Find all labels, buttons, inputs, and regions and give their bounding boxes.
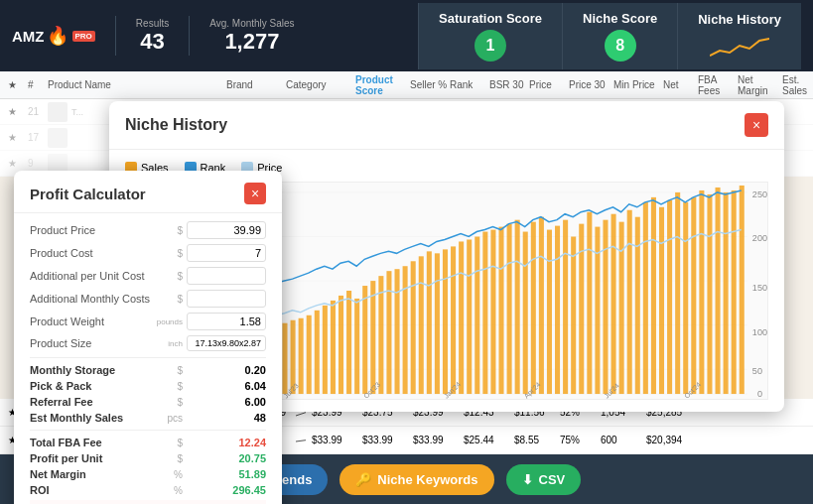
logo: AMZ 🔥 [12, 25, 68, 47]
niche-history-block[interactable]: Niche History [677, 3, 801, 69]
svg-rect-47 [419, 256, 424, 394]
svg-rect-54 [474, 237, 479, 395]
avg-sales-stat: Avg. Monthly Sales 1,277 [209, 18, 294, 55]
svg-rect-33 [307, 315, 312, 394]
results-stat: Results 43 [136, 18, 169, 55]
csv-icon: ⬇ [522, 472, 533, 487]
niche-keywords-button[interactable]: 🔑 Niche Keywords [339, 464, 493, 495]
svg-rect-70 [603, 220, 608, 394]
product-weight-input[interactable] [187, 313, 266, 330]
price30-header: Price 30 [569, 79, 613, 90]
pc-pick-pack: Pick & Pack $ 6.04 [30, 380, 266, 392]
pc-profit-unit: Profit per Unit $ 20.75 [30, 452, 266, 464]
category-header: Category [286, 79, 355, 90]
pc-est-monthly-sales: Est Monthly Sales pcs 48 [30, 412, 266, 424]
pc-row-additional-unit: Additional per Unit Cost $ [30, 267, 266, 285]
svg-rect-58 [507, 224, 512, 394]
svg-text:150: 150 [752, 283, 767, 293]
modal-close-button[interactable]: × [745, 113, 768, 137]
svg-rect-34 [315, 311, 320, 394]
svg-rect-46 [411, 261, 416, 394]
rank-header: Rank [450, 79, 489, 90]
pc-monthly-storage: Monthly Storage $ 0.20 [30, 364, 266, 376]
svg-rect-76 [651, 197, 656, 394]
pro-badge: PRO [72, 31, 95, 42]
svg-rect-82 [699, 190, 704, 394]
svg-rect-81 [691, 197, 696, 394]
svg-text:0: 0 [757, 389, 762, 399]
svg-rect-75 [643, 202, 648, 394]
svg-rect-39 [354, 299, 359, 394]
net-header: Net [663, 79, 698, 90]
pc-referral-fee: Referral Fee $ 6.00 [30, 396, 266, 408]
svg-rect-63 [547, 230, 552, 394]
score-section: Saturation Score 1 Niche Score 8 Niche H… [418, 3, 801, 69]
svg-rect-61 [531, 222, 536, 394]
saturation-score-circle: 1 [474, 30, 506, 62]
svg-rect-62 [539, 217, 544, 394]
svg-rect-84 [716, 188, 721, 394]
svg-text:100: 100 [752, 327, 767, 337]
seller-s-header: Seller % [410, 79, 450, 90]
svg-rect-83 [707, 194, 712, 394]
modal-header: Niche History × [109, 101, 784, 150]
svg-rect-78 [667, 200, 672, 394]
svg-rect-30 [282, 323, 287, 394]
svg-rect-50 [443, 249, 448, 394]
svg-rect-77 [659, 207, 664, 394]
mini-history-chart [710, 31, 769, 61]
fba-fees-header: FBA Fees [698, 74, 738, 96]
svg-rect-73 [627, 210, 632, 394]
svg-rect-43 [386, 271, 391, 394]
svg-rect-79 [675, 192, 680, 394]
svg-rect-86 [732, 190, 737, 394]
svg-rect-52 [459, 241, 464, 394]
product-price-input[interactable] [187, 221, 266, 239]
svg-rect-49 [435, 253, 440, 394]
svg-text:200: 200 [752, 234, 767, 244]
additional-monthly-input[interactable] [187, 290, 266, 308]
svg-rect-55 [482, 232, 487, 395]
csv-button[interactable]: ⬇ CSV [506, 464, 582, 495]
logo-flame-icon: 🔥 [47, 25, 68, 47]
svg-rect-40 [362, 286, 367, 394]
svg-rect-71 [611, 214, 616, 394]
svg-rect-51 [451, 246, 456, 394]
svg-text:250: 250 [752, 189, 767, 199]
profit-calculator: Profit Calculator × Product Price $ Prod… [14, 171, 282, 504]
svg-rect-41 [370, 281, 375, 394]
pc-divider2 [30, 430, 266, 431]
net-margin-header: Net Margin [738, 74, 782, 96]
product-score-header: Product Score [355, 74, 410, 96]
additional-unit-input[interactable] [187, 267, 266, 285]
svg-rect-35 [323, 306, 328, 394]
product-cost-input[interactable] [187, 244, 266, 262]
svg-rect-38 [346, 291, 351, 394]
pc-row-additional-monthly: Additional Monthly Costs $ [30, 290, 266, 308]
niche-score-block: Niche Score 8 [562, 3, 677, 69]
svg-rect-44 [395, 269, 400, 394]
keywords-icon: 🔑 [355, 472, 371, 487]
svg-rect-60 [523, 232, 528, 395]
divider [115, 16, 116, 56]
price-header: Price [529, 79, 569, 90]
svg-text:50: 50 [752, 366, 762, 376]
pc-est-monthly-profit: Est Monthly Profit $ 996.07 [30, 500, 266, 504]
pc-total-fba: Total FBA Fee $ 12.24 [30, 437, 266, 448]
profit-calculator-header: Profit Calculator × [14, 171, 282, 213]
modal-title: Niche History [125, 116, 227, 134]
hash-header: # [28, 79, 48, 90]
svg-rect-45 [403, 266, 408, 394]
svg-rect-53 [467, 239, 472, 394]
svg-rect-48 [427, 251, 432, 394]
divider2 [189, 16, 190, 56]
pc-row-weight: Product Weight pounds [30, 313, 266, 330]
product-size-input[interactable] [187, 335, 266, 351]
svg-rect-85 [724, 192, 729, 394]
svg-rect-37 [339, 296, 343, 394]
pc-divider [30, 357, 266, 358]
est-sales-header: Est. Sales [782, 74, 813, 96]
svg-rect-72 [619, 222, 624, 394]
profit-calculator-close-button[interactable]: × [244, 183, 266, 204]
svg-rect-65 [563, 220, 568, 394]
